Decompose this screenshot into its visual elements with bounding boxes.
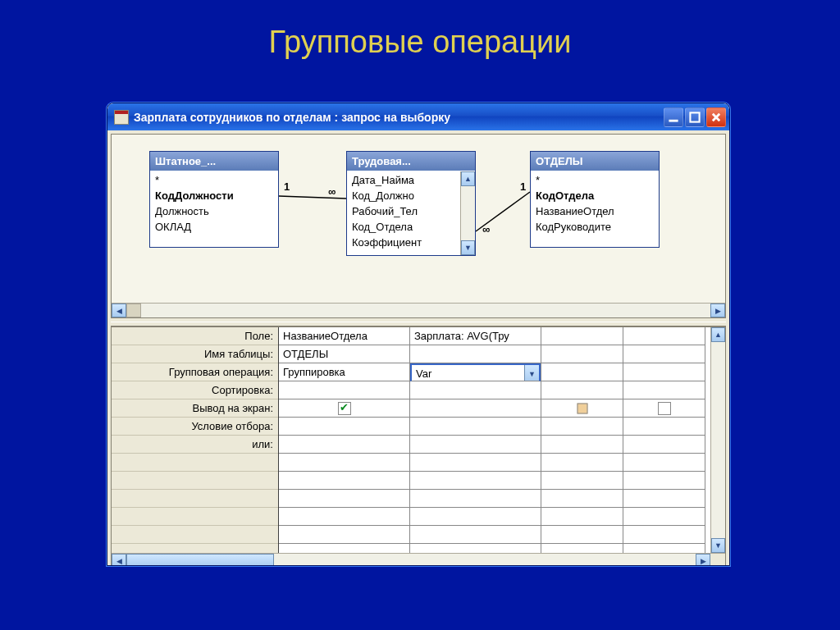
scroll-down-icon[interactable]: ▼	[711, 538, 725, 553]
scroll-thumb[interactable]	[126, 304, 141, 317]
rel2-right: 1	[520, 180, 526, 193]
cell-or[interactable]	[279, 436, 409, 454]
titlebar[interactable]: Зарплата сотрудников по отделам : запрос…	[107, 103, 729, 130]
label-table: Имя таблицы:	[112, 345, 278, 363]
field[interactable]: Код_Отдела	[347, 219, 460, 235]
table-scrollbar[interactable]: ▲ ▼	[460, 171, 475, 255]
field-list: Дата_Найма Код_Должно Рабочий_Тел Код_От…	[347, 171, 475, 252]
grid-col-2[interactable]: Зарплата: AVG(Тру Var ▼ Группировка SUM …	[410, 327, 541, 566]
field-list: * КодДолжности Должность ОКЛАД	[150, 171, 278, 236]
scroll-left-icon[interactable]: ◀	[112, 304, 126, 317]
table-header[interactable]: ОТДЕЛЫ	[531, 152, 659, 171]
label-field: Поле:	[112, 327, 278, 345]
svg-rect-1	[690, 112, 699, 121]
scroll-up-icon[interactable]: ▲	[461, 171, 475, 186]
rel1-right: ∞	[328, 185, 336, 198]
cell-group[interactable]: Группировка	[279, 363, 409, 381]
cell-criteria[interactable]	[279, 418, 409, 436]
maximize-button[interactable]	[685, 107, 705, 127]
field[interactable]: НазваниеОтдел	[531, 203, 659, 219]
label-criteria: Условие отбора:	[112, 418, 278, 436]
cell-table[interactable]: ОТДЕЛЫ	[279, 345, 409, 363]
label-or: или:	[112, 436, 278, 454]
cell-show-checkbox[interactable]	[541, 399, 623, 418]
scroll-thumb[interactable]	[126, 554, 274, 566]
cell-show-checkbox[interactable]	[410, 399, 541, 418]
close-button[interactable]	[706, 107, 726, 127]
grid-col-3[interactable]	[541, 327, 623, 566]
dropdown-button[interactable]: ▼	[524, 365, 539, 381]
table-header[interactable]: Штатное_...	[150, 152, 278, 171]
scroll-up-icon[interactable]: ▲	[711, 327, 725, 342]
cell-show-checkbox[interactable]	[279, 399, 409, 418]
scroll-right-icon[interactable]: ▶	[710, 304, 725, 317]
table-otdely[interactable]: ОТДЕЛЫ * КодОтдела НазваниеОтдел КодРуко…	[530, 151, 660, 248]
cell-sort[interactable]	[410, 381, 541, 399]
field[interactable]: КодРуководите	[531, 219, 659, 235]
grid-columns: НазваниеОтдела ОТДЕЛЫ Группировка Зарпла…	[279, 327, 725, 566]
cell-group-active[interactable]: Var ▼ Группировка SUM AVG MIN MAX COUNT …	[410, 363, 541, 381]
cell-field[interactable]: НазваниеОтдела	[279, 327, 409, 345]
grid-vscroll[interactable]: ▲ ▼	[710, 327, 725, 553]
table-trudovaya[interactable]: Трудовая... Дата_Найма Код_Должно Рабочи…	[346, 151, 476, 256]
table-header-text: ОТДЕЛЫ	[536, 155, 583, 167]
table-shtatnoe[interactable]: Штатное_... * КодДолжности Должность ОКЛ…	[149, 151, 279, 248]
svg-rect-0	[669, 119, 678, 121]
slide-title: Групповые операции	[0, 0, 840, 60]
rel2-left: ∞	[482, 223, 490, 235]
label-sort: Сортировка:	[112, 381, 278, 399]
scroll-left-icon[interactable]: ◀	[112, 554, 126, 566]
table-header[interactable]: Трудовая...	[347, 152, 475, 171]
selection-marker	[577, 403, 587, 413]
table-header-text: Трудовая...	[352, 155, 411, 167]
field[interactable]: *	[150, 172, 278, 188]
field[interactable]: Код_Должно	[347, 188, 460, 203]
field[interactable]: Должность	[150, 203, 278, 219]
grid-col-1[interactable]: НазваниеОтдела ОТДЕЛЫ Группировка	[279, 327, 410, 566]
field[interactable]: ОКЛАД	[150, 219, 278, 235]
scroll-down-icon[interactable]: ▼	[461, 240, 475, 255]
label-show: Вывод на экран:	[112, 399, 278, 418]
app-icon	[114, 110, 129, 125]
cell-field[interactable]: Зарплата: AVG(Тру	[410, 327, 541, 345]
minimize-button[interactable]	[664, 107, 683, 127]
field[interactable]: КодОтдела	[531, 188, 659, 203]
field-list: * КодОтдела НазваниеОтдел КодРуководите	[531, 171, 659, 236]
scroll-corner	[710, 554, 725, 566]
scroll-right-icon[interactable]: ▶	[696, 554, 710, 566]
cell-sort[interactable]	[279, 381, 409, 399]
table-header-text: Штатное_...	[155, 155, 216, 167]
svg-line-2	[279, 196, 346, 199]
field[interactable]: КодДолжности	[150, 188, 278, 203]
label-groupop: Групповая операция:	[112, 363, 278, 381]
field[interactable]: Коэффициент	[347, 235, 460, 250]
field[interactable]: *	[531, 172, 659, 188]
window-title: Зарплата сотрудников по отделам : запрос…	[134, 111, 662, 124]
cell-show-checkbox[interactable]	[623, 399, 705, 418]
diagram-hscroll[interactable]: ◀ ▶	[112, 303, 725, 317]
field[interactable]: Рабочий_Тел	[347, 203, 460, 219]
grid-row-labels: Поле: Имя таблицы: Групповая операция: С…	[112, 327, 279, 566]
diagram-pane[interactable]: 1 ∞ ∞ 1 Штатное_... * КодДолжности Должн…	[111, 134, 726, 318]
cell-or[interactable]	[410, 436, 541, 454]
grid-hscroll[interactable]: ◀ ▶	[112, 553, 725, 566]
cell-criteria[interactable]	[410, 418, 541, 436]
design-grid: Поле: Имя таблицы: Групповая операция: С…	[111, 326, 726, 566]
query-designer-window: Зарплата сотрудников по отделам : запрос…	[107, 103, 730, 566]
field[interactable]: Дата_Найма	[347, 172, 460, 188]
rel1-left: 1	[284, 180, 290, 193]
cell-group-value: Var	[416, 368, 431, 380]
cell-table[interactable]	[410, 345, 541, 363]
grid-col-4[interactable]	[623, 327, 705, 566]
